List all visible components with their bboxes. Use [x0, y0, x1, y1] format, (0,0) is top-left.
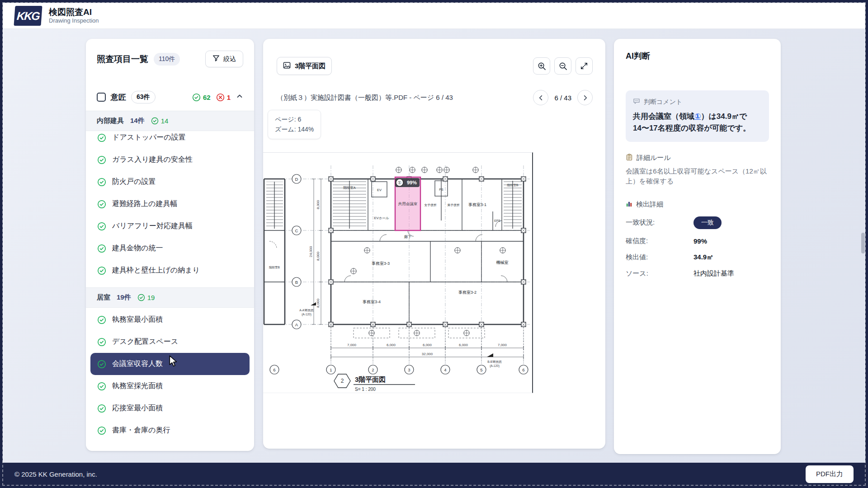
list-item[interactable]: 執務室最小面積 [90, 309, 250, 331]
collapse-chevron-icon[interactable] [236, 93, 243, 102]
svg-text:32,000: 32,000 [422, 352, 433, 356]
check-circle-icon [97, 244, 106, 253]
svg-text:2: 2 [341, 378, 344, 384]
item-list-group-2: 執務室最小面積 デスク配置スペース 会議室収容人数 執務室採光面積 応接室最小面… [86, 308, 254, 441]
list-item[interactable]: ドアストッパーの設置 [90, 131, 250, 149]
svg-text:8,000: 8,000 [316, 251, 320, 261]
zoom-out-button[interactable] [554, 57, 571, 75]
svg-text:A-A'断面図: A-A'断面図 [299, 309, 314, 312]
match-status-badge: 一致 [693, 216, 722, 229]
fullscreen-button[interactable] [576, 57, 593, 75]
zoom-in-button[interactable] [533, 57, 550, 75]
list-item[interactable]: バリアフリー対応建具幅 [90, 215, 250, 237]
list-item[interactable]: デスク配置スペース [90, 331, 250, 353]
drawing-name-chip[interactable]: 3階平面図 [277, 57, 332, 75]
item-list-group-1: ドアストッパーの設置 ガラス入り建具の安全性 防火戸の設置 避難経路上の建具幅 … [86, 131, 254, 282]
check-circle-icon [97, 426, 106, 435]
check-circle-icon [97, 404, 106, 413]
svg-text:D: D [295, 177, 298, 182]
svg-text:1: 1 [330, 367, 332, 372]
group-header-rooms: 居室 19件 19 [86, 287, 254, 308]
svg-text:6: 6 [273, 367, 275, 372]
group-pass-stat: 14 [151, 117, 169, 125]
room-label: 廊下 [404, 235, 412, 239]
detail-row-confidence: 確信度: 99% [626, 237, 769, 245]
svg-text:(A-120): (A-120) [490, 364, 500, 368]
svg-text:3階平面図: 3階平面図 [355, 375, 386, 383]
list-item[interactable]: 応接室最小面積 [90, 397, 250, 419]
list-item-selected[interactable]: 会議室収容人数 [90, 353, 250, 375]
floor-plan-svg: .gl{stroke:#a9b1bb;stroke-width:.8;strok… [263, 153, 533, 394]
list-item[interactable]: 書庫・倉庫の奥行 [90, 419, 250, 441]
check-circle-icon [97, 200, 106, 209]
svg-text:7,000: 7,000 [347, 343, 357, 347]
list-item[interactable]: 防火戸の設置 [90, 171, 250, 193]
overlay-zoom: ズーム: 144% [275, 125, 314, 135]
room-label: PS [439, 188, 443, 191]
room-label: 女子便所 [424, 203, 436, 207]
total-count-badge: 110件 [154, 53, 180, 66]
room-label: 事務室3-2 [458, 290, 476, 295]
svg-text:①: ① [398, 180, 402, 185]
svg-text:24,000: 24,000 [309, 246, 313, 257]
list-item[interactable]: 避難経路上の建具幅 [90, 193, 250, 215]
detail-label: 検出詳細 [636, 200, 663, 209]
category-fail-stat: 1 [216, 93, 231, 102]
svg-text:8,000: 8,000 [316, 200, 320, 209]
check-circle-icon [97, 178, 106, 187]
room-label: 事務室3-4 [363, 300, 381, 304]
next-page-button[interactable] [577, 90, 593, 105]
svg-text:C: C [295, 228, 298, 233]
detail-row-detected: 検出値: 34.9㎡ [626, 253, 769, 262]
svg-text:B: B [295, 280, 298, 285]
page-indicator: 6 / 43 [554, 94, 571, 102]
ai-panel-title: AI判断 [626, 51, 769, 61]
room-label: EVホール [374, 216, 389, 220]
svg-text:99%: 99% [407, 180, 417, 185]
list-item[interactable]: ガラス入り建具の安全性 [90, 149, 250, 171]
svg-text:A: A [295, 322, 298, 327]
svg-text:B-B'断面図: B-B'断面図 [487, 360, 502, 363]
prev-page-button[interactable] [533, 90, 548, 105]
drawing-viewer-panel: 3階平面図 （別紙３）実施設計図書（一般図）等.PDF - ページ 6 / 43… [263, 39, 605, 449]
list-item[interactable]: 執務室採光面積 [90, 375, 250, 397]
page-scrollbar[interactable] [861, 233, 865, 253]
kkg-logo: KKG [14, 6, 42, 26]
drawing-page[interactable]: .gl{stroke:#a9b1bb;stroke-width:.8;strok… [263, 152, 533, 393]
region-marker-link[interactable]: ① [694, 112, 701, 121]
app-subtitle: Drawing Inspection [49, 17, 99, 24]
image-icon [283, 61, 291, 70]
room-label: EPS [494, 219, 500, 222]
drawing-inspection-app: KKG 検図照査AI Drawing Inspection 照査項目一覧 110… [0, 0, 868, 488]
filter-button[interactable]: 絞込 [205, 51, 243, 67]
page-zoom-overlay: ページ: 6 ズーム: 144% [268, 110, 321, 139]
app-title-block: 検図照査AI Drawing Inspection [49, 7, 99, 24]
svg-text:(A-120): (A-120) [302, 313, 311, 316]
bar-chart-icon [626, 200, 632, 208]
rule-text: 会議室は6名以上収容可能なスペース（12㎡以上）を確保する [626, 166, 769, 187]
pdf-export-button[interactable]: PDF出力 [806, 465, 854, 483]
ai-judgement-panel: AI判断 判断コメント 共用会議室（領域①）は34.9㎡で14〜17名程度の収容… [614, 39, 781, 454]
svg-text:2: 2 [372, 367, 374, 372]
inspection-list-panel: 照査項目一覧 110件 絞込 意匠 63件 62 1 [86, 39, 254, 451]
list-item[interactable]: 建具金物の統一 [90, 237, 250, 259]
file-info: （別紙３）実施設計図書（一般図）等.PDF - ページ 6 / 43 [277, 94, 453, 102]
svg-text:6,000: 6,000 [423, 343, 432, 347]
room-label: 男子便所 [447, 203, 459, 207]
svg-text:5: 5 [480, 367, 482, 372]
category-checkbox[interactable] [97, 93, 106, 102]
check-circle-icon [97, 155, 106, 164]
svg-text:7,000: 7,000 [498, 343, 507, 347]
room-label: 階段室A [343, 186, 356, 190]
room-label-stair-b-left: 階段室B [269, 266, 280, 269]
check-circle-icon [97, 382, 106, 391]
svg-text:6,000: 6,000 [387, 343, 396, 347]
svg-text:S= 1 : 200: S= 1 : 200 [355, 387, 376, 392]
room-label: 事務室3-1 [468, 202, 486, 207]
room-label: 事務室3-3 [372, 261, 390, 266]
clipboard-icon [626, 154, 633, 162]
group-pass-stat: 19 [137, 294, 155, 301]
overlay-page: ページ: 6 [275, 115, 314, 125]
copyright-text: © 2025 KK Generation, inc. [14, 470, 97, 478]
list-item[interactable]: 建具枠と壁仕上げの納まり [90, 259, 250, 282]
